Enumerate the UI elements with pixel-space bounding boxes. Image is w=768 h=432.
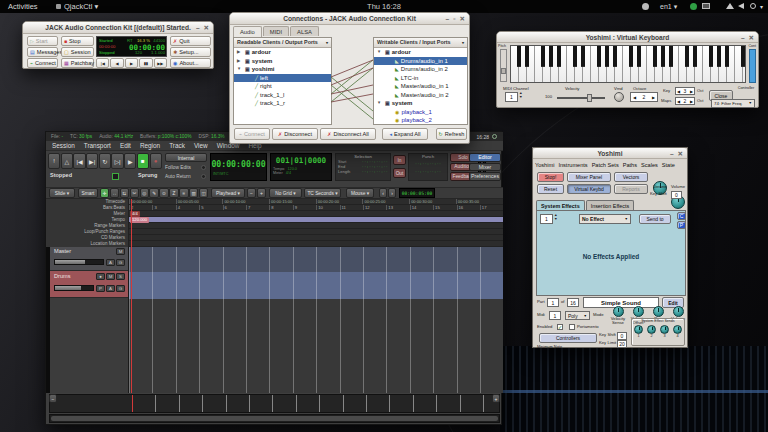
tree-row[interactable]: ◉playback_1 bbox=[374, 108, 467, 117]
playhead[interactable] bbox=[131, 199, 132, 393]
grid-mode-dropdown[interactable]: No Grid ▾ bbox=[269, 188, 302, 198]
expander-icon[interactable]: ▼ bbox=[377, 48, 383, 57]
punch-out-value[interactable]: --:--:--:-- bbox=[409, 169, 447, 174]
tree-row[interactable]: ◣Drums/audio_in 2 bbox=[374, 65, 467, 74]
menu-item[interactable]: Yoshimi bbox=[535, 162, 554, 168]
part-knob[interactable] bbox=[673, 306, 684, 317]
tree-row[interactable]: ╱right bbox=[234, 82, 331, 91]
portamento-checkbox[interactable] bbox=[569, 324, 575, 330]
network-icon[interactable] bbox=[726, 3, 734, 9]
nudge-clock[interactable]: 00:00:05:00 bbox=[399, 188, 435, 198]
session-button[interactable]: ▢Session bbox=[61, 47, 94, 57]
zoom-out-button[interactable]: − bbox=[247, 188, 256, 198]
send-knob[interactable] bbox=[647, 325, 656, 334]
track-name[interactable]: Master bbox=[54, 248, 71, 254]
close-icon[interactable]: ✕ bbox=[204, 22, 209, 34]
tool-button[interactable]: ⇆ bbox=[120, 188, 129, 198]
menu-item[interactable]: Patch Sets bbox=[592, 162, 619, 168]
close-icon[interactable]: ✕ bbox=[749, 32, 754, 43]
tree-row[interactable]: ▼▣ardour bbox=[374, 48, 467, 57]
close-icon[interactable]: ✕ bbox=[460, 13, 465, 25]
messages-button[interactable]: ▤Messages bbox=[27, 47, 58, 57]
menu-item[interactable]: Track bbox=[169, 142, 185, 149]
effect-number-spinner[interactable]: 1 bbox=[540, 214, 553, 224]
tree-row[interactable]: ▼▣yoshimi bbox=[234, 65, 331, 74]
connections-titlebar[interactable]: Connections - JACK Audio Connection Kit … bbox=[230, 13, 469, 25]
key-limit-spinner[interactable]: 20 bbox=[617, 340, 627, 348]
key-spinner[interactable]: ◀3▶ bbox=[675, 87, 695, 95]
tool-button[interactable]: ▥ bbox=[189, 188, 198, 198]
left-arrow-icon[interactable]: ◀ bbox=[633, 95, 636, 100]
automation-button[interactable]: A bbox=[106, 285, 115, 292]
tab[interactable]: Insertion Effects bbox=[586, 200, 635, 210]
spinner-arrows[interactable]: ▲▼ bbox=[554, 214, 558, 221]
menu-item[interactable]: Transport bbox=[84, 142, 111, 149]
part-knob[interactable] bbox=[633, 306, 644, 317]
controller-slider[interactable] bbox=[749, 49, 756, 83]
tree-row[interactable]: ◣Master/audio_in 2 bbox=[374, 91, 467, 100]
patchbay-button[interactable]: ▦Patchbay bbox=[61, 58, 94, 68]
tree-row[interactable]: ╱left bbox=[234, 74, 331, 83]
enabled-checkbox[interactable]: ✓ bbox=[557, 324, 563, 330]
editor-canvas[interactable] bbox=[129, 247, 503, 393]
expander-icon[interactable]: ▶ bbox=[237, 57, 243, 66]
tool-button[interactable]: ✂ bbox=[130, 188, 139, 198]
transport-button[interactable]: ▶| bbox=[86, 153, 98, 169]
group-button[interactable]: G bbox=[116, 259, 125, 266]
qjackctl-titlebar[interactable]: JACK Audio Connection Kit [(default)] St… bbox=[23, 22, 213, 34]
edit-mode-dropdown[interactable]: Slide ▾ bbox=[49, 188, 75, 198]
connect-button[interactable]: ⌁Connect bbox=[27, 58, 58, 68]
secondary-clock[interactable]: 001|01|0000 Tempo120.0 Meter4/4 bbox=[270, 153, 332, 181]
horizontal-scrollbar[interactable] bbox=[49, 414, 500, 423]
smart-mode-button[interactable]: Smart bbox=[78, 188, 98, 198]
yoshimi-titlebar[interactable]: Yoshimi –✕ bbox=[533, 148, 687, 159]
reports-button[interactable]: Reports bbox=[614, 184, 648, 194]
tool-button[interactable]: ≡ bbox=[179, 188, 188, 198]
tempo-ruler[interactable]: 120.000 bbox=[129, 217, 503, 223]
transport-button[interactable]: ▶▶ bbox=[154, 58, 167, 68]
transport-button[interactable]: ▷| bbox=[111, 153, 123, 169]
key-shift2-spinner[interactable]: 0 bbox=[617, 332, 627, 340]
tool-button[interactable]: ⊙ bbox=[159, 188, 168, 198]
restore-icon[interactable]: ▫ bbox=[453, 13, 455, 25]
midi-channel-spinner[interactable]: 1 bbox=[549, 311, 561, 320]
sync-source-button[interactable]: Internal bbox=[165, 153, 207, 162]
record-arm-button[interactable]: ● bbox=[96, 273, 105, 280]
menu-item[interactable]: Scales bbox=[641, 162, 658, 168]
volume-icon[interactable] bbox=[738, 3, 744, 9]
expander-icon[interactable]: ▶ bbox=[237, 48, 243, 57]
minimize-icon[interactable]: – bbox=[446, 13, 450, 25]
recording-indicator-icon[interactable] bbox=[690, 3, 697, 10]
minimize-icon[interactable]: – bbox=[741, 32, 745, 43]
spinner-arrows[interactable]: ▲▼ bbox=[519, 92, 523, 99]
master-track-header[interactable]: Master M A G bbox=[50, 247, 128, 271]
nudge-back-button[interactable]: ‹ bbox=[379, 188, 387, 198]
close-icon[interactable]: ✕ bbox=[678, 148, 683, 159]
part-count-spinner[interactable]: 16 bbox=[567, 298, 579, 307]
tree-row[interactable]: ◣Master/audio_in 1 bbox=[374, 82, 467, 91]
tool-button[interactable]: Z bbox=[169, 188, 178, 198]
right-arrow-icon[interactable]: ▶ bbox=[652, 95, 655, 100]
send-to-button[interactable]: Send to bbox=[639, 214, 671, 224]
send-knob[interactable] bbox=[634, 325, 643, 334]
send-knob[interactable] bbox=[673, 325, 682, 334]
tool-button[interactable]: ✎ bbox=[149, 188, 158, 198]
expand-all-button[interactable]: ◂Expand All bbox=[382, 128, 428, 140]
pitch-slider[interactable] bbox=[500, 49, 507, 82]
maps-spinner[interactable]: ◀2▶ bbox=[675, 97, 695, 105]
controllers-button[interactable]: Controllers bbox=[539, 333, 597, 343]
vkb-titlebar[interactable]: Yoshimi : Virtual Keyboard –✕ bbox=[497, 32, 758, 43]
summary-zoom-in-button[interactable]: + bbox=[492, 394, 500, 403]
vectors-button[interactable]: Vectors bbox=[614, 172, 648, 182]
transport-button[interactable]: ■ bbox=[137, 153, 149, 169]
tool-button[interactable]: ↔ bbox=[110, 188, 119, 198]
punch-in-button[interactable]: In bbox=[393, 155, 406, 165]
punch-out-button[interactable]: Out bbox=[393, 168, 406, 178]
keyboard-layout-indicator[interactable]: en1 ▾ bbox=[660, 3, 677, 11]
screen-share-icon[interactable] bbox=[702, 3, 710, 9]
midi-channel-spinner[interactable]: 1 bbox=[505, 92, 518, 102]
tree-row[interactable]: ▼▣system bbox=[374, 99, 467, 108]
send-knob[interactable] bbox=[660, 325, 669, 334]
quit-button[interactable]: ✗Quit bbox=[170, 36, 211, 46]
stop-button[interactable]: Stop! bbox=[537, 172, 564, 182]
